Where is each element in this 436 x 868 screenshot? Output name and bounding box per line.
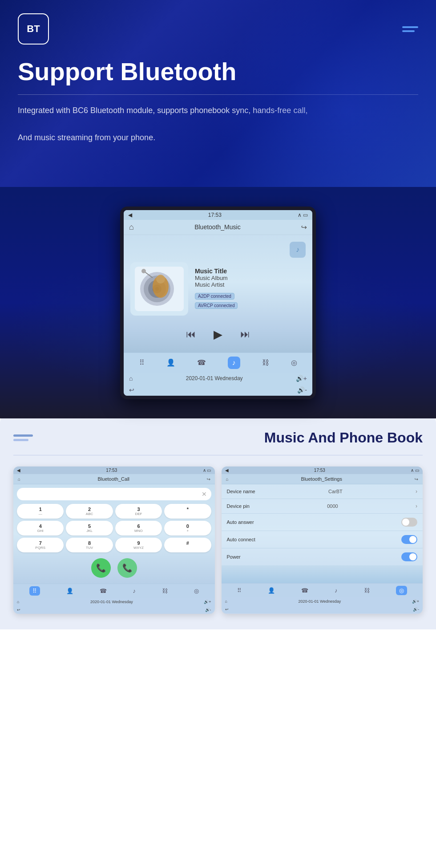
call-back-nav-icon[interactable]: ↩ bbox=[207, 477, 210, 482]
screen-footer-2: ↩ 🔊- bbox=[124, 384, 312, 396]
dial-key-star[interactable]: * bbox=[164, 504, 211, 519]
call-nav-title: Bluetooth_Call bbox=[20, 476, 206, 482]
end-call-button[interactable]: 📞 bbox=[117, 558, 137, 578]
answer-button[interactable]: 📞 bbox=[91, 558, 111, 578]
settings-nav-title: Bluetooth_Settings bbox=[229, 476, 415, 482]
settings-back-nav-icon[interactable]: ↩ bbox=[415, 477, 418, 482]
call-bottom-menu[interactable]: ⠿ bbox=[29, 586, 40, 596]
bottom-phone-icon[interactable]: ☎ bbox=[197, 358, 206, 367]
call-bottom-link[interactable]: ⛓ bbox=[162, 588, 168, 594]
hamburger-line-1 bbox=[402, 26, 418, 28]
playback-controls: ⏮ ▶ ⏭ bbox=[130, 322, 306, 346]
auto-connect-label: Auto connect bbox=[227, 537, 255, 542]
device-pin-label: Device pin bbox=[227, 503, 250, 509]
call-screen: ◀ 17:53 ∧ ▭ ⌂ Bluetooth_Call ↩ ✕ 1— 2ABC… bbox=[13, 466, 215, 614]
power-row[interactable]: Power bbox=[222, 548, 423, 565]
settings-bottom-menu[interactable]: ⠿ bbox=[237, 587, 242, 594]
auto-answer-toggle[interactable] bbox=[401, 518, 417, 527]
prev-button[interactable]: ⏮ bbox=[186, 329, 196, 340]
auto-connect-toggle[interactable] bbox=[401, 535, 417, 544]
dial-key-2[interactable]: 2ABC bbox=[66, 504, 113, 519]
call-footer-back[interactable]: ↩ bbox=[17, 608, 20, 612]
screen-title: Bluetooth_Music bbox=[134, 223, 301, 231]
home-icon[interactable]: ⌂ bbox=[129, 223, 134, 232]
avrcp-badge: AVRCP connected bbox=[195, 302, 238, 309]
call-status-bar: ◀ 17:53 ∧ ▭ bbox=[13, 466, 215, 474]
dial-key-hash[interactable]: # bbox=[164, 538, 211, 552]
settings-footer-back[interactable]: ↩ bbox=[225, 607, 229, 612]
call-signal: ∧ ▭ bbox=[203, 468, 211, 473]
dial-key-3[interactable]: 3DEF bbox=[115, 504, 162, 519]
page-title: Support Bluetooth bbox=[18, 58, 418, 85]
header-section: BT Support Bluetooth Integrated with BC6… bbox=[0, 0, 436, 187]
call-bottom-camera[interactable]: ◎ bbox=[194, 588, 199, 594]
device-name-row[interactable]: Device name CarBT › bbox=[222, 484, 423, 499]
dial-key-5[interactable]: 5JKL bbox=[66, 521, 113, 535]
next-button[interactable]: ⏭ bbox=[240, 329, 250, 340]
card-divider bbox=[13, 455, 423, 455]
settings-bottom-camera[interactable]: ◎ bbox=[396, 586, 407, 595]
bottom-camera-icon[interactable]: ◎ bbox=[291, 358, 297, 367]
footer-date: 2020-01-01 Wednesday bbox=[133, 375, 295, 381]
settings-footer-vol-up[interactable]: 🔊+ bbox=[412, 599, 419, 604]
auto-connect-row[interactable]: Auto connect bbox=[222, 531, 423, 548]
vol-down-icon[interactable]: 🔊- bbox=[297, 386, 307, 393]
dial-clear-icon[interactable]: ✕ bbox=[202, 491, 207, 498]
call-footer-vol-up[interactable]: 🔊+ bbox=[204, 600, 211, 604]
bottom-link-icon[interactable]: ⛓ bbox=[262, 359, 269, 367]
back-footer-icon[interactable]: ↩ bbox=[129, 386, 134, 393]
dial-key-1[interactable]: 1— bbox=[17, 504, 64, 519]
settings-bottom-phone[interactable]: ☎ bbox=[301, 587, 308, 594]
car-display: ◀ 17:53 ∧ ▭ ⌂ Bluetooth_Music ↩ ♪ bbox=[120, 207, 316, 399]
call-footer-2: ↩ 🔊- bbox=[13, 606, 215, 614]
dial-key-8[interactable]: 8TUV bbox=[66, 538, 113, 552]
settings-screen: ◀ 17:53 ∧ ▭ ⌂ Bluetooth_Settings ↩ Devic… bbox=[222, 466, 423, 614]
bottom-contacts-icon[interactable]: 👤 bbox=[166, 358, 175, 367]
music-note-icon: ♪ bbox=[296, 246, 299, 254]
bt-logo: BT bbox=[18, 13, 49, 45]
status-time: 17:53 bbox=[208, 212, 222, 218]
music-meta: Music Title Music Album Music Artist A2D… bbox=[195, 268, 306, 310]
phone-icon: 📞 bbox=[96, 563, 106, 573]
dial-key-4[interactable]: 4GHI bbox=[17, 521, 64, 535]
call-bottom-phone[interactable]: ☎ bbox=[100, 588, 107, 594]
card-lines-icon bbox=[13, 434, 33, 441]
settings-signal: ∧ ▭ bbox=[411, 468, 419, 473]
settings-bottom-contacts[interactable]: 👤 bbox=[268, 587, 275, 594]
music-note-button[interactable]: ♪ bbox=[290, 242, 306, 258]
call-bottom-contacts[interactable]: 👤 bbox=[66, 588, 73, 594]
dial-key-9[interactable]: 9WXYZ bbox=[115, 538, 162, 552]
card-line-1 bbox=[13, 434, 33, 437]
settings-bottom-link[interactable]: ⛓ bbox=[364, 587, 370, 594]
svg-point-10 bbox=[141, 269, 146, 273]
header-top: BT bbox=[18, 13, 418, 45]
dial-key-7[interactable]: 7PQRS bbox=[17, 538, 64, 552]
dial-key-6[interactable]: 6MNO bbox=[115, 521, 162, 535]
play-button[interactable]: ▶ bbox=[214, 328, 222, 341]
card-header: Music And Phone Book bbox=[13, 430, 423, 446]
call-bottom-music[interactable]: ♪ bbox=[133, 588, 136, 594]
settings-bottom-music[interactable]: ♪ bbox=[335, 587, 338, 594]
bottom-music-icon[interactable]: ♪ bbox=[228, 357, 240, 369]
settings-nav: ⌂ Bluetooth_Settings ↩ bbox=[222, 474, 423, 484]
dial-content: ✕ 1— 2ABC 3DEF * 4GHI 5JKL 6MNO 0+ 7PQRS… bbox=[13, 484, 215, 584]
wave-decoration bbox=[222, 565, 423, 583]
bottom-menu-icon[interactable]: ⠿ bbox=[139, 358, 145, 367]
back-icon[interactable]: ↩ bbox=[301, 223, 307, 231]
header-divider bbox=[18, 94, 418, 95]
settings-footer-vol-down[interactable]: 🔊- bbox=[413, 607, 419, 612]
subtitle: Integrated with BC6 Bluetooth module, su… bbox=[18, 104, 418, 145]
svg-point-8 bbox=[156, 275, 165, 284]
device-pin-chevron: › bbox=[416, 503, 417, 509]
menu-button[interactable] bbox=[402, 26, 418, 32]
home-footer-icon[interactable]: ⌂ bbox=[129, 375, 133, 382]
power-toggle[interactable] bbox=[401, 552, 417, 561]
vol-up-icon[interactable]: 🔊+ bbox=[296, 375, 307, 382]
device-pin-row[interactable]: Device pin 0000 › bbox=[222, 499, 423, 514]
call-footer-vol-down[interactable]: 🔊- bbox=[205, 608, 211, 612]
auto-answer-row[interactable]: Auto answer bbox=[222, 514, 423, 531]
track-album: Music Album bbox=[195, 275, 306, 281]
dial-search-bar[interactable]: ✕ bbox=[17, 488, 211, 500]
dial-key-0[interactable]: 0+ bbox=[164, 521, 211, 535]
settings-footer-date: 2020-01-01 Wednesday bbox=[227, 599, 412, 604]
